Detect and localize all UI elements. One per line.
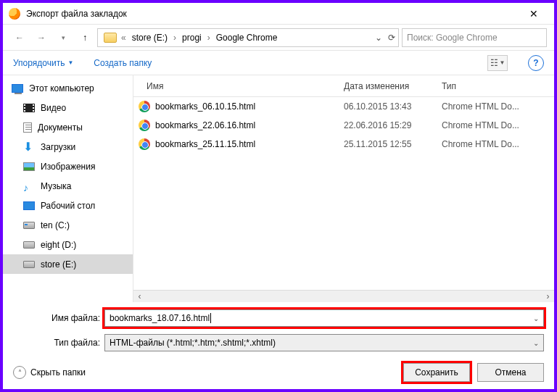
sidebar-item-documents[interactable]: Документы <box>3 117 133 137</box>
chevron-left-icon: « <box>121 33 126 43</box>
breadcrumb-segment[interactable]: store (E:) <box>128 33 172 43</box>
organize-button[interactable]: Упорядочить ▼ <box>13 58 73 68</box>
sidebar-item-drive-d[interactable]: eight (D:) <box>3 235 133 254</box>
nav-back-button[interactable]: ← <box>10 28 29 47</box>
filename-label: Имя файла: <box>13 313 100 323</box>
toolbar: Упорядочить ▼ Создать папку ☷ ▼ ? <box>3 51 554 75</box>
file-row[interactable]: bookmarks_25.11.15.html 25.11.2015 12:55… <box>133 135 554 154</box>
sidebar-item-this-pc[interactable]: Этот компьютер <box>3 78 133 98</box>
window-title: Экспорт файла закладок <box>26 9 519 19</box>
sidebar-item-drive-e[interactable]: store (E:) <box>3 254 133 274</box>
cancel-button[interactable]: Отмена <box>477 363 544 382</box>
folder-icon <box>104 33 117 43</box>
nav-recent-dropdown[interactable]: ▾ <box>54 28 73 47</box>
drive-icon <box>23 241 35 249</box>
dialog-window: Экспорт файла закладок ✕ ← → ▾ ↑ « store… <box>0 0 557 392</box>
help-button[interactable]: ? <box>528 55 544 71</box>
titlebar: Экспорт файла закладок ✕ <box>3 3 554 25</box>
chrome-icon <box>139 138 150 150</box>
chevron-up-icon: ˄ <box>13 366 26 379</box>
sidebar-item-downloads[interactable]: ⬇ Загрузки <box>3 137 133 157</box>
breadcrumb-dropdown[interactable]: ⌄ <box>375 33 382 43</box>
search-placeholder: Поиск: Google Chrome <box>407 33 498 43</box>
chevron-down-icon: ▼ <box>67 59 73 66</box>
music-icon: ♪ <box>23 182 35 191</box>
file-list: Имя Дата изменения Тип bookmarks_06.10.1… <box>133 75 554 302</box>
drive-icon <box>23 261 35 268</box>
file-row[interactable]: bookmarks_06.10.15.html 06.10.2015 13:43… <box>133 97 554 116</box>
drive-icon <box>23 222 35 229</box>
file-row[interactable]: bookmarks_22.06.16.html 22.06.2016 15:29… <box>133 116 554 135</box>
filename-input[interactable]: bookmarks_18.07.16.html ⌄ <box>104 309 544 327</box>
filetype-label: Тип файла: <box>13 338 100 348</box>
save-form: Имя файла: bookmarks_18.07.16.html ⌄ Тип… <box>3 302 554 356</box>
breadcrumb-bar[interactable]: « store (E:) › progi › Google Chrome ⌄ ⟳ <box>97 28 399 47</box>
close-button[interactable]: ✕ <box>519 8 548 20</box>
chevron-down-icon[interactable]: ⌄ <box>533 339 539 347</box>
sidebar-item-desktop[interactable]: Рабочий стол <box>3 196 133 215</box>
column-type[interactable]: Тип <box>442 81 554 91</box>
breadcrumb-segment[interactable]: progi <box>178 33 206 43</box>
column-name[interactable]: Имя <box>133 81 344 91</box>
new-folder-button[interactable]: Создать папку <box>94 58 152 68</box>
sidebar-item-drive-c[interactable]: ten (C:) <box>3 215 133 235</box>
computer-icon <box>12 84 23 93</box>
firefox-icon <box>9 8 20 20</box>
document-icon <box>23 122 32 133</box>
breadcrumb-segment[interactable]: Google Chrome <box>212 33 282 43</box>
chrome-icon <box>139 101 150 112</box>
nav-up-button[interactable]: ↑ <box>75 28 94 47</box>
chevron-down-icon[interactable]: ⌄ <box>533 314 539 322</box>
download-icon: ⬇ <box>23 143 35 151</box>
view-options-button[interactable]: ☷ ▼ <box>487 55 508 71</box>
video-icon <box>23 104 35 112</box>
chrome-icon <box>139 120 150 131</box>
sidebar-item-videos[interactable]: Видео <box>3 98 133 117</box>
text-cursor <box>210 313 211 323</box>
desktop-icon <box>23 201 35 210</box>
scroll-right-icon[interactable]: › <box>542 291 554 301</box>
nav-bar: ← → ▾ ↑ « store (E:) › progi › Google Ch… <box>3 25 554 51</box>
hide-folders-button[interactable]: ˄ Скрыть папки <box>13 366 86 379</box>
scroll-left-icon[interactable]: ‹ <box>133 291 146 301</box>
save-button[interactable]: Сохранить <box>403 363 470 382</box>
chevron-right-icon: › <box>207 33 210 43</box>
chevron-right-icon: › <box>173 33 176 43</box>
horizontal-scrollbar[interactable]: ‹ › <box>133 290 554 302</box>
breadcrumb-refresh[interactable]: ⟳ <box>388 33 395 43</box>
pictures-icon <box>23 162 35 171</box>
filetype-select[interactable]: HTML-файлы (*.html;*.htm;*.shtml;*.xhtml… <box>104 334 544 351</box>
search-input[interactable]: Поиск: Google Chrome <box>402 28 547 47</box>
sidebar: Этот компьютер Видео Документы ⬇ Загрузк… <box>3 75 133 302</box>
sidebar-item-music[interactable]: ♪ Музыка <box>3 176 133 196</box>
sidebar-item-pictures[interactable]: Изображения <box>3 157 133 176</box>
footer: ˄ Скрыть папки Сохранить Отмена <box>3 356 554 389</box>
nav-forward-button: → <box>32 28 51 47</box>
column-headers: Имя Дата изменения Тип <box>133 75 554 97</box>
column-date[interactable]: Дата изменения <box>344 81 442 91</box>
